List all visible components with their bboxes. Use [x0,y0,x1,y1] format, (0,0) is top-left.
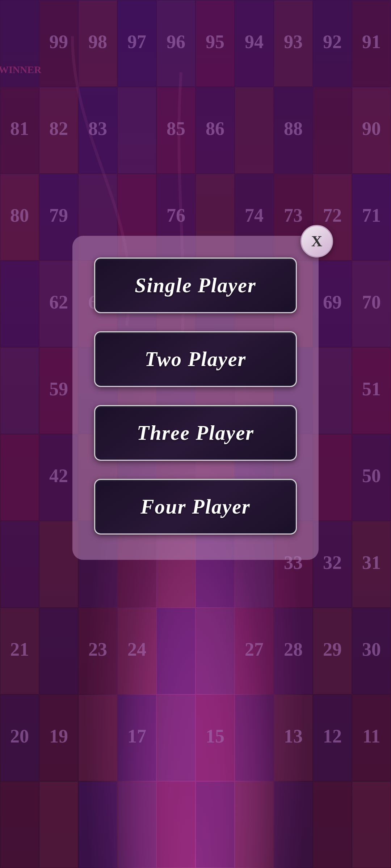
dialog-container: X Single Player Two Player Three Player … [72,236,319,560]
close-button[interactable]: X [300,225,333,258]
dialog-overlay: X Single Player Two Player Three Player … [0,0,391,868]
three-player-button[interactable]: Three Player [94,405,297,461]
two-player-button[interactable]: Two Player [94,331,297,387]
close-icon: X [311,233,322,250]
four-player-button[interactable]: Four Player [94,479,297,535]
single-player-button[interactable]: Single Player [94,258,297,313]
